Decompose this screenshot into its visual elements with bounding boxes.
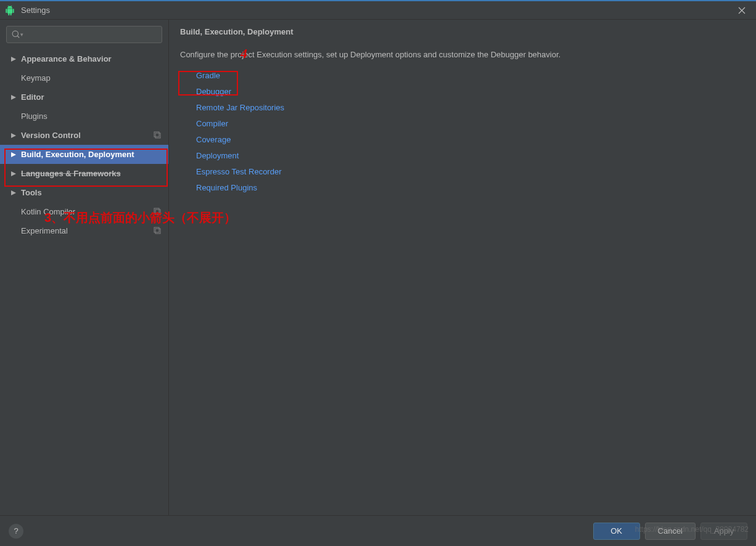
tree-label: Version Control — [21, 131, 154, 140]
svg-rect-1 — [155, 133, 160, 138]
tree-item-languages-frameworks[interactable]: Languages & Frameworks — [0, 164, 168, 183]
tree-label: Appearance & Behavior — [21, 54, 162, 63]
svg-rect-3 — [155, 210, 160, 214]
link-espresso-test-recorder[interactable]: Espresso Test Recorder — [196, 164, 745, 180]
expand-arrow-icon — [10, 55, 17, 63]
ok-button[interactable]: OK — [593, 523, 640, 540]
tree-label: Build, Execution, Deployment — [21, 150, 162, 159]
project-scope-icon — [154, 208, 162, 216]
tree-item-version-control[interactable]: Version Control — [0, 126, 168, 145]
svg-rect-2 — [154, 208, 159, 213]
project-scope-icon — [154, 227, 162, 235]
titlebar: Settings — [0, 0, 756, 20]
window-title: Settings — [21, 6, 733, 15]
settings-sidebar: ▾ Appearance & Behavior Keymap Editor Pl… — [0, 20, 169, 526]
tree-label: Tools — [21, 188, 162, 197]
android-icon — [5, 6, 15, 15]
tree-label: Kotlin Compiler — [21, 207, 154, 216]
settings-tree: Appearance & Behavior Keymap Editor Plug… — [0, 48, 168, 526]
svg-rect-4 — [154, 227, 159, 232]
expand-arrow-icon — [10, 151, 17, 158]
tree-item-appearance-behavior[interactable]: Appearance & Behavior — [0, 49, 168, 68]
link-debugger[interactable]: Debugger — [196, 84, 745, 100]
tree-item-kotlin-compiler[interactable]: Kotlin Compiler — [0, 202, 168, 221]
close-button[interactable] — [733, 2, 751, 19]
tree-label: Plugins — [21, 112, 162, 121]
tree-item-keymap[interactable]: Keymap — [0, 68, 168, 88]
search-input[interactable]: ▾ — [6, 26, 162, 43]
help-button[interactable]: ? — [9, 524, 23, 539]
content-description: Configure the project Execution settings… — [180, 50, 745, 59]
watermark-text: https://blog.csdn.net/qq_38924782 — [635, 525, 749, 534]
svg-rect-5 — [155, 229, 160, 234]
link-required-plugins[interactable]: Required Plugins — [196, 180, 745, 196]
close-icon — [738, 7, 746, 14]
link-coverage[interactable]: Coverage — [196, 132, 745, 148]
content-title: Build, Execution, Deployment — [180, 27, 745, 36]
link-gradle[interactable]: Gradle — [196, 68, 745, 84]
search-dropdown-icon: ▾ — [20, 31, 23, 38]
subcategory-links: Gradle Debugger Remote Jar Repositories … — [180, 68, 745, 196]
tree-label: Keymap — [21, 73, 162, 83]
tree-item-editor[interactable]: Editor — [0, 88, 168, 107]
tree-item-tools[interactable]: Tools — [0, 183, 168, 202]
tree-label: Experimental — [21, 226, 154, 235]
link-compiler[interactable]: Compiler — [196, 116, 745, 132]
project-scope-icon — [154, 131, 162, 140]
expand-arrow-icon — [10, 132, 17, 139]
expand-arrow-icon — [10, 189, 17, 197]
tree-label: Editor — [21, 92, 162, 102]
svg-rect-0 — [154, 132, 159, 137]
settings-content: Build, Execution, Deployment Configure t… — [169, 20, 756, 526]
tree-item-experimental[interactable]: Experimental — [0, 221, 168, 240]
expand-arrow-icon — [10, 94, 17, 101]
tree-label: Languages & Frameworks — [21, 169, 162, 178]
main-area: ▾ Appearance & Behavior Keymap Editor Pl… — [0, 20, 756, 526]
link-deployment[interactable]: Deployment — [196, 148, 745, 164]
expand-arrow-icon — [10, 170, 17, 177]
tree-item-build-execution-deployment[interactable]: Build, Execution, Deployment — [0, 145, 168, 164]
link-remote-jar-repositories[interactable]: Remote Jar Repositories — [196, 100, 745, 116]
tree-item-plugins[interactable]: Plugins — [0, 107, 168, 126]
search-wrap: ▾ — [0, 20, 168, 48]
